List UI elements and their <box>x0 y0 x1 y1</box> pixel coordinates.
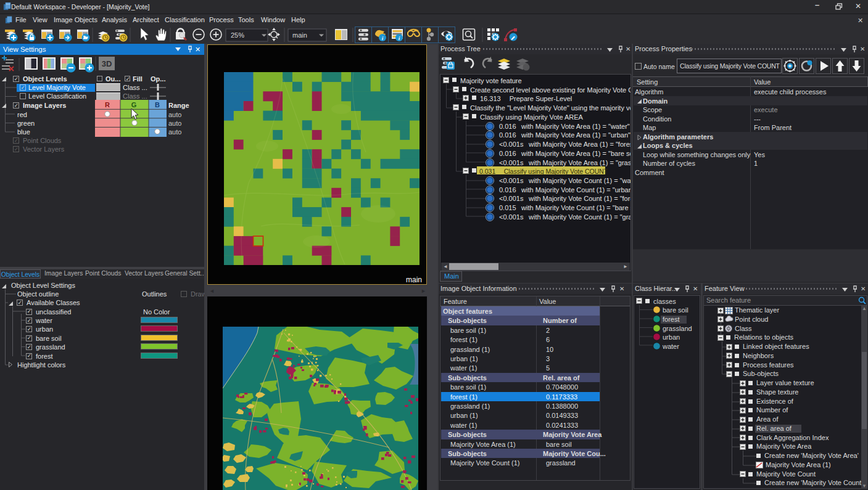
svg-text:R: R <box>105 101 110 108</box>
svg-text:G: G <box>131 101 137 108</box>
svg-text:25%: 25% <box>231 31 244 39</box>
svg-text:3D: 3D <box>102 59 112 68</box>
svg-text:B: B <box>155 101 160 108</box>
svg-text:main: main <box>292 31 307 39</box>
